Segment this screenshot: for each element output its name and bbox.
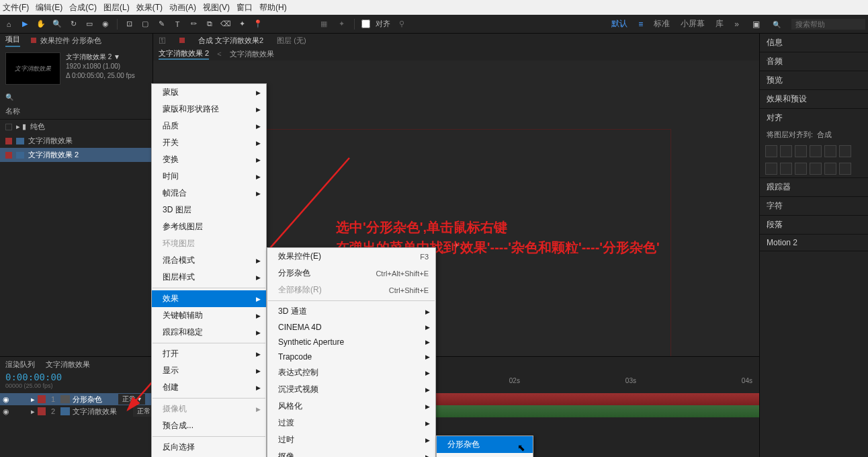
sync-icon[interactable]: ▣ [750, 18, 762, 30]
panel-effects[interactable]: 效果和预设 [760, 90, 868, 108]
orbit-tool-icon[interactable]: ↻ [67, 18, 79, 30]
menu-item[interactable]: 帧混合▶ [152, 185, 266, 202]
tab-timeline[interactable]: 文字消散效果 [46, 360, 90, 370]
menu-item[interactable]: 3D 通道▶ [267, 303, 435, 320]
dist-bottom-icon[interactable] [839, 163, 851, 175]
menu-item[interactable]: 风格化▶ [267, 398, 435, 415]
menu-item[interactable]: Synthetic Aperture▶ [267, 335, 435, 349]
menu-item[interactable]: 3D 图层 [152, 202, 266, 218]
hand-tool-icon[interactable]: ✋ [35, 18, 47, 30]
project-item[interactable]: ▸ ▮ 纯色 [0, 120, 153, 134]
menu-item[interactable]: 蒙版▶ [152, 84, 266, 101]
align-bottom-icon[interactable] [839, 145, 851, 157]
menu-item[interactable]: 反向选择 [152, 439, 266, 456]
align-right-icon[interactable] [795, 145, 807, 157]
viewer-tab[interactable]: 文字消散效果 2 [159, 48, 209, 60]
project-item[interactable]: 文字消散效果 2 [0, 148, 153, 162]
align-left-icon[interactable] [765, 145, 777, 157]
column-header-name[interactable]: 名称 [0, 103, 153, 120]
tab-effect-controls[interactable]: 效果控件 分形杂色 [31, 36, 101, 46]
menu-item[interactable]: 蒙版和形状路径▶ [152, 101, 266, 118]
menu-item[interactable]: 混合模式▶ [152, 252, 266, 269]
workspace-default[interactable]: 默认 [611, 18, 627, 30]
grid-icon[interactable]: ▦ [318, 18, 330, 30]
panel-char[interactable]: 字符 [760, 197, 868, 215]
blend-mode-dropdown[interactable]: 正常 ▾ [118, 394, 145, 405]
clone-tool-icon[interactable]: ⧉ [204, 18, 216, 30]
menu-item[interactable]: 效果控件(E)F3 [267, 248, 435, 265]
dist-top-icon[interactable] [810, 163, 822, 175]
snap-menu-icon[interactable]: ⚲ [396, 18, 408, 30]
pen-tool-icon[interactable]: ✎ [155, 18, 167, 30]
menu-item[interactable]: 显示▶ [152, 362, 266, 379]
eraser-tool-icon[interactable]: ⌫ [220, 18, 232, 30]
panel-tracker[interactable]: 跟踪器 [760, 178, 868, 196]
menu-anim[interactable]: 动画(A) [169, 2, 196, 13]
workspace-lib[interactable]: 库 [715, 18, 724, 30]
viewer-tab[interactable]: 文字消散效果 [230, 49, 274, 59]
panel-audio[interactable]: 音频 [760, 52, 868, 71]
menu-item[interactable]: 沉浸式视频▶ [267, 381, 435, 398]
dist-hcenter-icon[interactable] [780, 163, 792, 175]
panel-motion2[interactable]: Motion 2 [760, 235, 868, 251]
zoom-tool-icon[interactable]: 🔍 [51, 18, 63, 30]
menu-item[interactable]: 分形杂色Ctrl+Alt+Shift+E [267, 265, 435, 282]
panel-info[interactable]: 信息 [760, 34, 868, 52]
brush-tool-icon[interactable]: ✏ [187, 18, 200, 30]
viewer-comp-label[interactable]: 合成 文字消散效果2 [198, 36, 263, 46]
menu-view[interactable]: 视图(V) [203, 2, 230, 13]
align-hcenter-icon[interactable] [780, 145, 792, 157]
panel-preview[interactable]: 预览 [760, 71, 868, 89]
menu-item[interactable]: 打开▶ [152, 345, 266, 362]
visibility-icon[interactable]: ◉ [3, 407, 9, 416]
menu-file[interactable]: 文件(F) [3, 2, 29, 13]
home-icon[interactable]: ⌂ [3, 18, 15, 30]
align-vcenter-icon[interactable] [824, 145, 836, 157]
panel-para[interactable]: 段落 [760, 216, 868, 234]
menu-item[interactable]: 过渡▶ [267, 415, 435, 431]
rect-tool-icon[interactable]: ▭ [83, 18, 95, 30]
menu-item[interactable]: Trapcode▶ [267, 349, 435, 364]
menu-item[interactable]: 效果▶ [152, 290, 266, 307]
menu-item[interactable]: 跟踪和稳定▶ [152, 324, 266, 341]
menu-item[interactable]: 变换▶ [152, 151, 266, 168]
camera-tool-icon[interactable]: ◉ [99, 18, 112, 30]
menu-layer[interactable]: 图层(L) [103, 2, 130, 13]
menu-item[interactable]: 过时▶ [267, 431, 435, 448]
menu-item[interactable]: CINEMA 4D▶ [267, 320, 435, 335]
menu-item[interactable]: 时间▶ [152, 168, 266, 185]
menu-comp[interactable]: 合成(C) [69, 2, 97, 13]
puppet-tool-icon[interactable]: 📍 [252, 18, 264, 30]
workspace-small[interactable]: 小屏幕 [681, 18, 705, 30]
axis-icon[interactable]: ✦ [335, 18, 347, 30]
workspace-more-icon[interactable]: » [734, 19, 739, 29]
menu-item[interactable]: 表达式控制▶ [267, 364, 435, 381]
roto-tool-icon[interactable]: ✦ [236, 18, 248, 30]
menu-item[interactable]: 图层样式▶ [152, 269, 266, 286]
menu-item[interactable]: 开关▶ [152, 134, 266, 151]
color-swatch[interactable] [38, 407, 46, 415]
tab-render-queue[interactable]: 渲染队列 [5, 360, 35, 370]
menu-window[interactable]: 窗口 [236, 2, 253, 13]
color-swatch[interactable] [38, 395, 46, 403]
menu-item[interactable]: 品质▶ [152, 118, 266, 134]
visibility-icon[interactable]: ◉ [3, 395, 9, 404]
panel-align[interactable]: 对齐 [760, 109, 868, 127]
menu-edit[interactable]: 编辑(E) [36, 2, 62, 13]
menu-item[interactable]: 抠像▶ [267, 448, 435, 457]
workspace-standard[interactable]: 标准 [654, 18, 670, 30]
menu-item[interactable]: 创建▶ [152, 379, 266, 396]
dist-vcenter-icon[interactable] [824, 163, 836, 175]
selection-tool-icon[interactable]: ▶ [19, 18, 31, 30]
menu-item[interactable]: 预合成... [152, 417, 266, 434]
search-input[interactable] [791, 19, 865, 30]
text-tool-icon[interactable]: T [171, 18, 183, 30]
dist-right-icon[interactable] [795, 163, 807, 175]
menu-item[interactable]: 关键帧辅助▶ [152, 307, 266, 324]
tab-project[interactable]: 项目 [5, 34, 20, 47]
snap-checkbox[interactable] [361, 19, 370, 28]
anchor-tool-icon[interactable]: ⊡ [123, 18, 135, 30]
timecode[interactable]: 0:00:00:00 [5, 372, 148, 382]
align-to-dropdown[interactable]: 合成 [817, 130, 832, 140]
dist-left-icon[interactable] [765, 163, 777, 175]
